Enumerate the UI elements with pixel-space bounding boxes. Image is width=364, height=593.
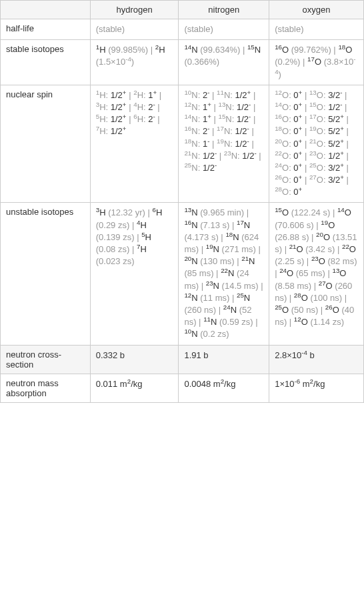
- row-unstable-isotopes: unstable isotopes 3H (12.32 yr) | 6H (0.…: [1, 203, 364, 345]
- cell-stable-isotopes-hydrogen: 1H (99.985%) | 2H (1.5×10-4): [90, 40, 179, 85]
- header-row: hydrogen nitrogen oxygen: [1, 1, 364, 19]
- row-stable-isotopes: stable isotopes 1H (99.985%) | 2H (1.5×1…: [1, 40, 364, 85]
- row-neutron-cross-section: neutron cross-section 0.332 b 1.91 b 2.8…: [1, 345, 364, 374]
- row-nuclear-spin: nuclear spin 1H: 1/2+ | 2H: 1+ | 3H: 1/2…: [1, 85, 364, 203]
- properties-table: hydrogen nitrogen oxygen half-life (stab…: [0, 0, 364, 403]
- cell-neutron-ma-oxygen: 1×10-6 m2/kg: [269, 374, 364, 402]
- cell-stable-isotopes-nitrogen: 14N (99.634%) | 15N (0.366%): [179, 40, 269, 85]
- header-oxygen: oxygen: [269, 1, 364, 19]
- label-half-life: half-life: [1, 19, 91, 40]
- cell-half-life-hydrogen: (stable): [90, 19, 179, 40]
- label-stable-isotopes: stable isotopes: [1, 40, 91, 85]
- header-nitrogen: nitrogen: [179, 1, 269, 19]
- label-neutron-cross-section: neutron cross-section: [1, 345, 91, 374]
- cell-neutron-cs-nitrogen: 1.91 b: [179, 345, 269, 374]
- label-neutron-mass-absorption: neutron mass absorption: [1, 374, 91, 402]
- cell-neutron-cs-oxygen: 2.8×10-4 b: [269, 345, 364, 374]
- header-blank: [1, 1, 91, 19]
- label-unstable-isotopes: unstable isotopes: [1, 203, 91, 345]
- cell-neutron-ma-hydrogen: 0.011 m2/kg: [90, 374, 179, 402]
- header-hydrogen: hydrogen: [90, 1, 179, 19]
- label-nuclear-spin: nuclear spin: [1, 85, 91, 203]
- cell-nuclear-spin-nitrogen: 10N: 2- | 11N: 1/2+ | 12N: 1+ | 13N: 1/2…: [179, 85, 269, 203]
- cell-neutron-ma-nitrogen: 0.0048 m2/kg: [179, 374, 269, 402]
- cell-neutron-cs-hydrogen: 0.332 b: [90, 345, 179, 374]
- row-half-life: half-life (stable) (stable) (stable): [1, 19, 364, 40]
- cell-unstable-isotopes-oxygen: 15O (122.24 s) | 14O (70.606 s) | 19O (2…: [269, 203, 364, 345]
- cell-half-life-nitrogen: (stable): [179, 19, 269, 40]
- row-neutron-mass-absorption: neutron mass absorption 0.011 m2/kg 0.00…: [1, 374, 364, 402]
- cell-unstable-isotopes-nitrogen: 13N (9.965 min) | 16N (7.13 s) | 17N (4.…: [179, 203, 269, 345]
- cell-half-life-oxygen: (stable): [269, 19, 364, 40]
- cell-nuclear-spin-oxygen: 12O: 0+ | 13O: 3/2- | 14O: 0+ | 15O: 1/2…: [269, 85, 364, 203]
- cell-unstable-isotopes-hydrogen: 3H (12.32 yr) | 6H (0.29 zs) | 4H (0.139…: [90, 203, 179, 345]
- cell-stable-isotopes-oxygen: 16O (99.762%) | 18O (0.2%) | 17O (3.8×10…: [269, 40, 364, 85]
- cell-nuclear-spin-hydrogen: 1H: 1/2+ | 2H: 1+ | 3H: 1/2+ | 4H: 2- | …: [90, 85, 179, 203]
